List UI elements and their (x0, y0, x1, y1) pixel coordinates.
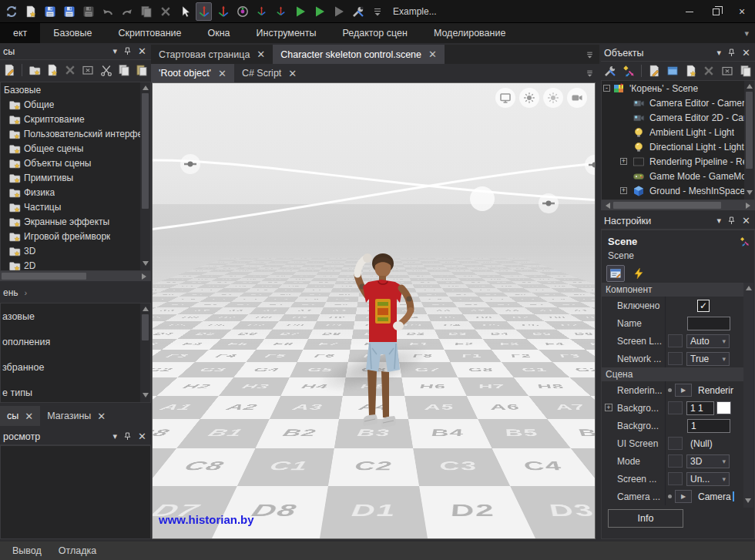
doc-tab-tabrow1-1[interactable]: Character skeleton control.scene✕ (273, 45, 445, 64)
play-scene-icon[interactable] (292, 2, 308, 21)
move-gizmo-icon[interactable] (196, 2, 212, 21)
new-object-icon[interactable] (683, 62, 698, 80)
resources-tree-scrollbar[interactable] (140, 82, 150, 270)
resources-folder-5[interactable]: Примитивы (1, 170, 150, 185)
objects-tree-item-5[interactable]: +Rendering Pipeline - Ren (602, 154, 754, 169)
scroll-thumb[interactable] (142, 93, 149, 209)
cut-icon[interactable] (99, 61, 113, 79)
reset-button[interactable] (668, 437, 683, 450)
resources-folder-9[interactable]: Игровой фреймворк (1, 229, 150, 243)
panel-pin-icon[interactable] (122, 46, 133, 56)
properties-view-button[interactable] (606, 265, 625, 282)
new-folder-icon[interactable] (28, 61, 42, 79)
panel-pin-icon[interactable] (122, 431, 133, 441)
objects-tree-item-2[interactable]: Camera Editor 2D - Cam (602, 110, 754, 125)
objects-tree-scrollbar[interactable] (744, 81, 754, 200)
resources-folder-11[interactable]: 2D (1, 258, 150, 271)
tab-close-icon[interactable]: ✕ (428, 49, 437, 60)
resource-group-2[interactable]: збранное (1, 354, 150, 380)
resource-group-0[interactable]: азовые (1, 303, 150, 329)
resources-tab-0[interactable]: сы✕ (0, 406, 40, 426)
breadcrumb[interactable]: ень › (0, 283, 151, 302)
bottom-tab-0[interactable]: Вывод (12, 545, 42, 556)
scroll-up-icon[interactable] (143, 86, 149, 90)
edit-resource-icon[interactable] (2, 61, 16, 79)
doc-tab-tabrow1-0[interactable]: Стартовая страница✕ (151, 45, 273, 64)
resources-folder-1[interactable]: Скриптование (1, 112, 150, 126)
text-input[interactable] (687, 317, 730, 330)
reset-button[interactable] (668, 472, 683, 485)
panel-close-icon[interactable]: ✕ (742, 216, 750, 226)
paste-icon[interactable] (135, 61, 149, 79)
resources-folder-4[interactable]: Объекты сцены (1, 156, 150, 170)
resources-folder-8[interactable]: Экранные эффекты (1, 214, 150, 229)
menu-item-5[interactable]: Редактор сцен (329, 23, 420, 43)
row-expand-icon[interactable]: + (605, 404, 612, 411)
object-tools-icon[interactable] (603, 62, 618, 80)
undo-icon[interactable] (99, 2, 116, 21)
menu-item-6[interactable]: Моделирование (421, 23, 519, 43)
character-model[interactable] (334, 251, 430, 442)
scroll-down-icon[interactable] (143, 261, 149, 266)
scroll-thumb[interactable] (2, 273, 86, 280)
new-file-icon[interactable] (45, 61, 59, 79)
delete-icon[interactable] (157, 2, 173, 21)
objects-tree-item-0[interactable]: -'Корень' - Scene (602, 81, 754, 96)
copy-icon[interactable] (117, 61, 131, 79)
dropdown[interactable]: 3D▾ (686, 454, 730, 468)
scroll-up-icon[interactable] (746, 286, 752, 290)
objects-hscrollbar[interactable] (601, 200, 755, 210)
panel-close-icon[interactable]: ✕ (138, 431, 146, 441)
scroll-up-icon[interactable] (747, 84, 753, 89)
menu-item-1[interactable]: Базовые (40, 23, 105, 43)
scroll-thumb[interactable] (613, 202, 721, 209)
display-mode-button[interactable] (495, 88, 515, 108)
panel-pin-icon[interactable] (726, 48, 737, 58)
save-as-icon[interactable] (61, 2, 77, 21)
close-button[interactable]: × (729, 0, 755, 23)
delete-object-icon[interactable] (702, 62, 716, 80)
doc-tab-tabrow2-0[interactable]: 'Root object'✕ (151, 64, 234, 82)
scene-viewport[interactable]: D1D2D3D4D5D6D7D8D1D2D3D4D5D6D7D8D1C2C3C4… (152, 82, 596, 539)
play-disabled-icon[interactable] (331, 2, 347, 21)
resources-root-item[interactable]: Базовые (1, 82, 150, 97)
reset-button[interactable] (668, 454, 683, 468)
run-project-icon[interactable] (311, 2, 327, 21)
refresh-icon[interactable] (3, 2, 19, 21)
resources-folder-6[interactable]: Физика (1, 185, 150, 200)
tab-close-icon[interactable]: ✕ (97, 411, 106, 422)
panel-close-icon[interactable]: ✕ (138, 46, 146, 56)
new-resource-icon[interactable] (22, 2, 39, 21)
rename-resource-icon[interactable] (81, 61, 95, 79)
save-icon[interactable] (42, 2, 58, 21)
scale-gizmo-icon[interactable] (253, 2, 270, 21)
objects-tree-item-7[interactable]: +Ground - MeshInSpace (602, 183, 754, 198)
resources-hscrollbar[interactable] (0, 271, 151, 281)
menu-item-4[interactable]: Инструменты (243, 23, 330, 43)
select-objects-icon[interactable] (176, 2, 193, 21)
scroll-thumb[interactable] (142, 314, 149, 340)
scroll-down-icon[interactable] (745, 498, 751, 503)
panel-caret-icon[interactable]: ▾ (717, 49, 722, 57)
expand-button[interactable]: ▶ (675, 490, 692, 503)
reset-button[interactable] (668, 401, 683, 414)
scroll-down-icon[interactable] (143, 393, 149, 397)
minimize-button[interactable] (676, 0, 703, 23)
redo-icon[interactable] (119, 2, 135, 21)
tab-list-icon[interactable] (585, 69, 595, 79)
reset-button[interactable] (668, 352, 683, 365)
scroll-thumb[interactable] (746, 92, 753, 169)
panel-caret-icon[interactable]: ▾ (113, 47, 118, 55)
save-all-icon[interactable] (80, 2, 96, 21)
doc-tab-tabrow2-1[interactable]: C# Script✕ (234, 64, 304, 82)
menu-item-2[interactable]: Скриптование (105, 23, 194, 43)
resource-group-3[interactable]: е типы (1, 380, 150, 405)
tree-expander-icon[interactable]: + (620, 158, 627, 165)
tab-close-icon[interactable]: ✕ (25, 411, 33, 422)
resources-folder-7[interactable]: Частицы (1, 200, 150, 214)
rename-object-icon[interactable] (720, 62, 735, 80)
scroll-left-icon[interactable] (606, 203, 610, 209)
resources-tab-1[interactable]: Магазины✕ (40, 406, 112, 426)
tab-list-icon[interactable] (585, 49, 595, 59)
toolbar-overflow-icon[interactable] (369, 2, 385, 21)
